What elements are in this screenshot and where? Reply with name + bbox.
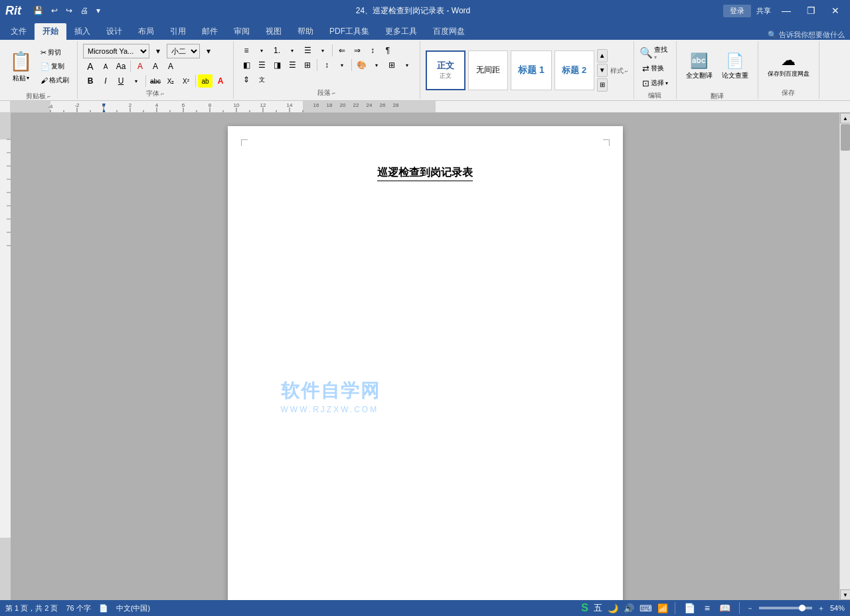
tab-file[interactable]: 文件 <box>3 23 35 40</box>
strikethrough-btn[interactable]: abc <box>148 74 163 88</box>
paste-button[interactable]: 📋 粘贴 ▾ <box>5 42 37 90</box>
numbering-btn[interactable]: 1. <box>270 44 284 57</box>
style-normal[interactable]: 正文 正文 <box>426 50 466 90</box>
cut-button[interactable]: ✂ 剪切 <box>38 46 72 59</box>
tab-view[interactable]: 视图 <box>258 23 290 40</box>
align-left-btn[interactable]: ◧ <box>239 58 254 72</box>
tab-design[interactable]: 设计 <box>98 23 130 40</box>
tab-baidu[interactable]: 百度网盘 <box>425 23 473 40</box>
font-color-btn[interactable]: A <box>163 60 178 73</box>
borders-dropdown[interactable]: ▾ <box>400 58 414 72</box>
line-spacing-dropdown[interactable]: ▾ <box>335 58 349 72</box>
shading-btn[interactable]: 🎨 <box>354 58 369 72</box>
shading-dropdown[interactable]: ▾ <box>369 58 384 72</box>
zoom-thumb[interactable] <box>799 605 806 611</box>
styles-expand[interactable]: ⊞ <box>597 78 608 92</box>
tab-layout[interactable]: 布局 <box>130 23 162 40</box>
format-painter-button[interactable]: 🖌 格式刷 <box>38 74 72 87</box>
find-label[interactable]: 查找 <box>654 45 667 54</box>
superscript-btn[interactable]: X² <box>179 74 193 88</box>
para-spacing-btn[interactable]: ⇕ <box>239 73 254 86</box>
multilevel-dropdown[interactable]: ▾ <box>315 44 330 57</box>
close-button[interactable]: ✕ <box>826 4 845 17</box>
tab-references[interactable]: 引用 <box>162 23 194 40</box>
paragraph-expand-icon[interactable]: ⌐ <box>332 90 335 96</box>
decrease-indent-btn[interactable]: ⇐ <box>335 44 349 57</box>
print-qa-btn[interactable]: 🖨 <box>78 5 91 17</box>
chinese-layout-btn[interactable]: 文 <box>254 73 269 86</box>
zoom-level[interactable]: 54% <box>830 604 845 612</box>
styles-expand-icon[interactable]: ⌐ <box>625 68 628 74</box>
view-web-btn[interactable]: ≡ <box>703 603 712 613</box>
tab-help[interactable]: 帮助 <box>290 23 321 40</box>
tab-home[interactable]: 开始 <box>35 23 66 40</box>
sort-btn[interactable]: ↕ <box>365 44 380 57</box>
underline-dropdown[interactable]: ▾ <box>129 74 143 88</box>
scroll-down-btn[interactable]: ▼ <box>840 589 850 600</box>
paste-dropdown-icon[interactable]: ▾ <box>27 75 29 81</box>
zoom-slider[interactable] <box>759 607 812 609</box>
numbering-dropdown[interactable]: ▾ <box>285 44 299 57</box>
font-size-select[interactable]: 小二 <box>167 44 200 58</box>
full-translate-btn[interactable]: 🔤 全文翻译 <box>682 42 717 90</box>
text-effect-btn[interactable]: A <box>148 60 163 73</box>
document-area[interactable]: 巡逻检查到岗记录表 软件自学网 WWW.RJZXW.COM 年度： 月份： 岗位… <box>11 113 839 600</box>
zoom-in-btn[interactable]: ＋ <box>817 603 825 613</box>
highlight-btn[interactable]: ab <box>198 74 212 88</box>
show-hide-btn[interactable]: ¶ <box>381 44 395 57</box>
align-right-btn[interactable]: ◨ <box>270 58 284 72</box>
change-case-btn[interactable]: Aa <box>114 60 128 73</box>
clear-format-btn[interactable]: A <box>133 60 147 73</box>
scroll-track[interactable] <box>840 123 850 589</box>
bold-btn[interactable]: B <box>83 74 98 88</box>
style-heading2[interactable]: 标题 2 <box>554 50 594 90</box>
align-center-btn[interactable]: ☰ <box>254 58 269 72</box>
paper-check-btn[interactable]: 📄 论文查重 <box>718 42 752 90</box>
distributed-btn[interactable]: ⊞ <box>300 58 315 72</box>
share-label[interactable]: 共享 <box>756 6 771 16</box>
style-no-spacing[interactable]: 无间距 <box>468 50 508 90</box>
clipboard-expand-icon[interactable]: ⌐ <box>47 93 50 100</box>
save-qa-btn[interactable]: 💾 <box>31 5 46 17</box>
justify-btn[interactable]: ☰ <box>285 58 299 72</box>
font-color2-btn[interactable]: A <box>213 74 228 88</box>
zoom-out-btn[interactable]: － <box>746 603 754 613</box>
font-size-dropdown[interactable]: ▾ <box>201 44 216 58</box>
customize-qa-btn[interactable]: ▾ <box>94 5 103 17</box>
font-name-select[interactable]: Microsoft Ya... <box>83 44 149 58</box>
select-dropdown[interactable]: ▾ <box>665 80 668 86</box>
tab-insert[interactable]: 插入 <box>66 23 98 40</box>
subscript-btn[interactable]: X₂ <box>163 74 178 88</box>
font-expand-icon[interactable]: ⌐ <box>161 90 164 97</box>
replace-button[interactable]: ⇄ 替换 <box>639 62 671 75</box>
font-grow-btn[interactable]: A <box>83 60 98 73</box>
tab-review[interactable]: 审阅 <box>226 23 258 40</box>
view-print-btn[interactable]: 📄 <box>682 603 697 613</box>
font-shrink-btn[interactable]: A <box>98 60 113 73</box>
find-dropdown[interactable]: ▾ <box>654 54 667 60</box>
undo-qa-btn[interactable]: ↩ <box>48 5 60 17</box>
increase-indent-btn[interactable]: ⇒ <box>350 44 365 57</box>
styles-scroll-down[interactable]: ▼ <box>597 64 608 77</box>
restore-button[interactable]: ❐ <box>802 4 821 17</box>
tell-me-input[interactable]: 🔍 告诉我你想要做什么 <box>768 30 845 40</box>
italic-btn[interactable]: I <box>98 74 113 88</box>
font-name-dropdown[interactable]: ▾ <box>151 44 165 58</box>
underline-btn[interactable]: U <box>114 74 128 88</box>
minimize-button[interactable]: — <box>776 4 796 17</box>
select-button[interactable]: ⊡ 选择 ▾ <box>639 76 671 90</box>
styles-scroll-up[interactable]: ▲ <box>597 49 608 62</box>
tab-pdf[interactable]: PDF工具集 <box>321 23 377 40</box>
style-heading1[interactable]: 标题 1 <box>511 50 552 90</box>
tab-more-tools[interactable]: 更多工具 <box>377 23 425 40</box>
redo-qa-btn[interactable]: ↪ <box>63 5 75 17</box>
view-read-btn[interactable]: 📖 <box>717 603 732 613</box>
bullets-btn[interactable]: ≡ <box>239 44 254 57</box>
save-baidu-btn[interactable]: ☁ 保存到百度网盘 <box>764 42 813 87</box>
borders-btn[interactable]: ⊞ <box>384 58 399 72</box>
multilevel-btn[interactable]: ☰ <box>300 44 315 57</box>
line-spacing-btn[interactable]: ↕ <box>319 58 334 72</box>
bullets-dropdown[interactable]: ▾ <box>254 44 269 57</box>
copy-button[interactable]: 📄 复制 <box>38 60 72 73</box>
scroll-up-btn[interactable]: ▲ <box>840 113 850 123</box>
